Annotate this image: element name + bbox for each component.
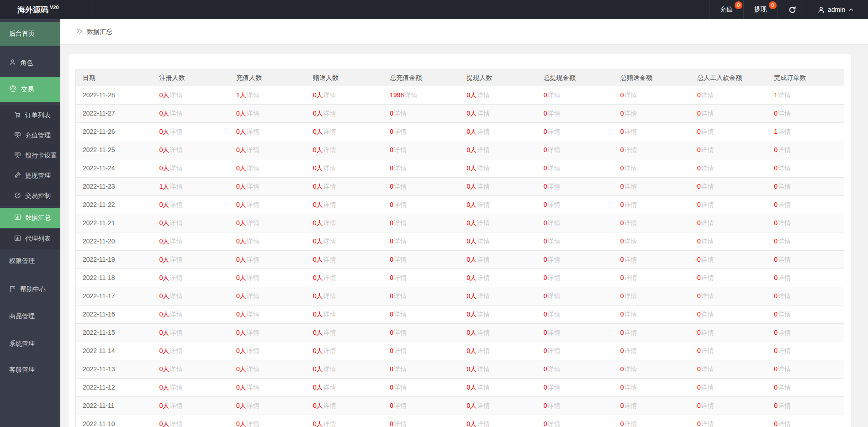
- detail-link[interactable]: 详情: [625, 146, 637, 153]
- detail-link[interactable]: 详情: [394, 402, 407, 409]
- detail-link[interactable]: 详情: [323, 402, 336, 409]
- detail-link[interactable]: 详情: [547, 365, 560, 373]
- detail-link[interactable]: 详情: [247, 274, 259, 281]
- sidebar-item-data-summary[interactable]: 数据汇总: [0, 208, 60, 228]
- detail-link[interactable]: 详情: [547, 347, 560, 354]
- sidebar-item-agent-list[interactable]: 代理列表: [0, 229, 60, 249]
- detail-link[interactable]: 详情: [625, 402, 637, 409]
- detail-link[interactable]: 详情: [323, 146, 336, 153]
- detail-link[interactable]: 详情: [778, 365, 791, 373]
- detail-link[interactable]: 详情: [394, 164, 407, 172]
- detail-link[interactable]: 详情: [323, 91, 336, 99]
- detail-link[interactable]: 详情: [477, 274, 490, 281]
- detail-link[interactable]: 详情: [778, 311, 791, 318]
- detail-link[interactable]: 详情: [778, 146, 791, 153]
- detail-link[interactable]: 详情: [394, 347, 407, 354]
- detail-link[interactable]: 详情: [323, 347, 336, 354]
- detail-link[interactable]: 详情: [169, 128, 182, 135]
- detail-link[interactable]: 详情: [547, 256, 560, 263]
- detail-link[interactable]: 详情: [778, 292, 791, 300]
- detail-link[interactable]: 详情: [625, 347, 637, 354]
- sidebar-item-bankcard-settings[interactable]: 银行卡设置: [0, 146, 60, 166]
- detail-link[interactable]: 详情: [778, 256, 791, 263]
- sidebar-item-recharge-mgmt[interactable]: 充值管理: [0, 126, 60, 146]
- detail-link[interactable]: 详情: [247, 164, 259, 172]
- detail-link[interactable]: 详情: [247, 110, 259, 117]
- detail-link[interactable]: 详情: [701, 201, 714, 208]
- detail-link[interactable]: 详情: [547, 420, 560, 427]
- sidebar-item-home[interactable]: 后台首页: [0, 22, 60, 46]
- detail-link[interactable]: 详情: [701, 347, 714, 354]
- detail-link[interactable]: 详情: [547, 311, 560, 318]
- detail-link[interactable]: 详情: [323, 128, 336, 135]
- detail-link[interactable]: 详情: [701, 384, 714, 391]
- detail-link[interactable]: 详情: [701, 420, 714, 427]
- user-menu[interactable]: admin: [807, 0, 864, 19]
- detail-link[interactable]: 详情: [477, 347, 490, 354]
- detail-link[interactable]: 详情: [547, 402, 560, 409]
- detail-link[interactable]: 详情: [547, 237, 560, 245]
- detail-link[interactable]: 详情: [323, 164, 336, 172]
- detail-link[interactable]: 详情: [477, 384, 490, 391]
- detail-link[interactable]: 详情: [625, 365, 637, 373]
- detail-link[interactable]: 详情: [701, 256, 714, 263]
- detail-link[interactable]: 详情: [547, 329, 560, 336]
- detail-link[interactable]: 详情: [477, 91, 490, 99]
- detail-link[interactable]: 详情: [477, 292, 490, 300]
- detail-link[interactable]: 详情: [701, 91, 714, 99]
- detail-link[interactable]: 详情: [701, 146, 714, 153]
- detail-link[interactable]: 详情: [778, 237, 791, 245]
- detail-link[interactable]: 详情: [477, 128, 490, 135]
- detail-link[interactable]: 详情: [625, 237, 637, 245]
- detail-link[interactable]: 详情: [247, 237, 259, 245]
- detail-link[interactable]: 详情: [701, 311, 714, 318]
- detail-link[interactable]: 详情: [247, 201, 259, 208]
- detail-link[interactable]: 详情: [778, 128, 791, 135]
- detail-link[interactable]: 详情: [169, 183, 182, 190]
- refresh-button[interactable]: [778, 0, 807, 19]
- detail-link[interactable]: 详情: [547, 219, 560, 227]
- detail-link[interactable]: 详情: [394, 292, 407, 300]
- detail-link[interactable]: 详情: [169, 329, 182, 336]
- detail-link[interactable]: 详情: [169, 91, 182, 99]
- detail-link[interactable]: 详情: [477, 201, 490, 208]
- detail-link[interactable]: 详情: [778, 329, 791, 336]
- detail-link[interactable]: 详情: [323, 274, 336, 281]
- sidebar-item-service-mgmt[interactable]: 客服管理: [0, 360, 60, 380]
- detail-link[interactable]: 详情: [323, 311, 336, 318]
- detail-link[interactable]: 详情: [778, 402, 791, 409]
- detail-link[interactable]: 详情: [701, 128, 714, 135]
- detail-link[interactable]: 详情: [323, 329, 336, 336]
- withdraw-button[interactable]: 提现 0: [743, 0, 778, 19]
- detail-link[interactable]: 详情: [477, 146, 490, 153]
- detail-link[interactable]: 详情: [323, 365, 336, 373]
- detail-link[interactable]: 详情: [778, 183, 791, 190]
- detail-link[interactable]: 详情: [247, 256, 259, 263]
- detail-link[interactable]: 详情: [247, 128, 259, 135]
- detail-link[interactable]: 详情: [477, 420, 490, 427]
- detail-link[interactable]: 详情: [394, 146, 407, 153]
- detail-link[interactable]: 详情: [547, 292, 560, 300]
- detail-link[interactable]: 详情: [323, 183, 336, 190]
- detail-link[interactable]: 详情: [625, 164, 637, 172]
- detail-link[interactable]: 详情: [323, 420, 336, 427]
- detail-link[interactable]: 详情: [625, 183, 637, 190]
- detail-link[interactable]: 详情: [404, 91, 417, 99]
- detail-link[interactable]: 详情: [394, 237, 407, 245]
- detail-link[interactable]: 详情: [394, 110, 407, 117]
- detail-link[interactable]: 详情: [778, 274, 791, 281]
- detail-link[interactable]: 详情: [547, 274, 560, 281]
- detail-link[interactable]: 详情: [247, 146, 259, 153]
- detail-link[interactable]: 详情: [625, 91, 637, 99]
- detail-link[interactable]: 详情: [625, 256, 637, 263]
- detail-link[interactable]: 详情: [323, 201, 336, 208]
- sidebar-item-order-list[interactable]: 订单列表: [0, 105, 60, 126]
- detail-link[interactable]: 详情: [701, 183, 714, 190]
- detail-link[interactable]: 详情: [169, 146, 182, 153]
- detail-link[interactable]: 详情: [247, 183, 259, 190]
- detail-link[interactable]: 详情: [247, 311, 259, 318]
- detail-link[interactable]: 详情: [169, 164, 182, 172]
- detail-link[interactable]: 详情: [701, 274, 714, 281]
- detail-link[interactable]: 详情: [169, 256, 182, 263]
- detail-link[interactable]: 详情: [625, 201, 637, 208]
